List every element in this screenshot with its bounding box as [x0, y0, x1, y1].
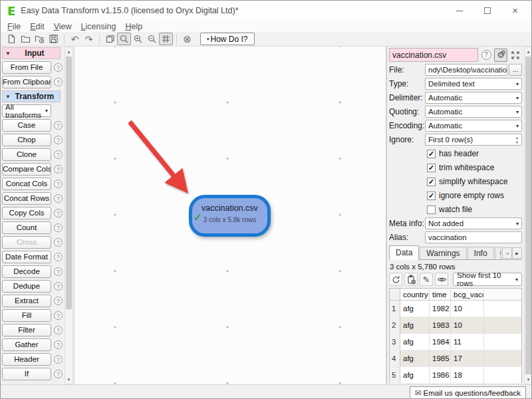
from-file-button[interactable]: From File: [2, 61, 51, 74]
help-icon[interactable]: ?: [54, 209, 63, 217]
checkbox-has-header[interactable]: ✓: [427, 150, 436, 158]
menu-file[interactable]: File: [3, 22, 25, 31]
expand-button[interactable]: [509, 49, 522, 62]
sidebar-scrollbar[interactable]: ▲ ▼: [65, 47, 73, 384]
meta-info-select[interactable]: Not added▾: [425, 217, 522, 229]
feedback-button[interactable]: ✉ Email us questions/feedback: [410, 386, 526, 399]
undo-button[interactable]: ↶: [68, 33, 82, 45]
how-do-i-button[interactable]: ▾ How Do I?: [200, 33, 255, 45]
help-icon[interactable]: ?: [54, 63, 63, 72]
transform-chop-button[interactable]: Chop: [2, 134, 51, 146]
help-icon[interactable]: ?: [54, 121, 63, 130]
encoding-select[interactable]: Automatic▾: [425, 120, 522, 132]
help-icon[interactable]: ?: [54, 150, 63, 159]
transform-clone-button[interactable]: Clone: [2, 148, 51, 161]
browse-button[interactable]: ...: [509, 64, 522, 76]
tab-comments[interactable]: Com: [495, 247, 501, 259]
row-number[interactable]: 1: [390, 301, 400, 317]
transform-case-button[interactable]: Case: [2, 119, 51, 132]
transform-copy-cols-button[interactable]: Copy Cols: [2, 207, 51, 219]
inspector-scrollbar[interactable]: ▲ ▼: [524, 47, 532, 384]
table-cell[interactable]: 11: [451, 334, 484, 350]
table-cell[interactable]: 10: [451, 301, 484, 317]
scroll-up-icon[interactable]: ▲: [65, 47, 72, 56]
menu-edit[interactable]: Edit: [25, 22, 49, 31]
spin-up-icon[interactable]: ▲: [515, 136, 519, 140]
menu-licensing[interactable]: Licensing: [76, 22, 121, 31]
table-cell[interactable]: 1984: [430, 334, 451, 350]
dataset-node-vaccination[interactable]: vaccination.csv 3 cols x 5.8k rows ✓: [189, 195, 271, 237]
checkbox-trim-whitespace[interactable]: ✓: [427, 164, 436, 172]
copy-to-clipboard-button[interactable]: [404, 273, 418, 286]
table-row[interactable]: 3afg198411: [390, 334, 522, 350]
close-icon[interactable]: ×: [512, 7, 518, 14]
tab-scroll-right-icon[interactable]: ▶: [512, 247, 522, 259]
column-header[interactable]: [390, 289, 400, 301]
transform-compare-cols-button[interactable]: Compare Cols: [2, 163, 51, 176]
transform-filter-select[interactable]: All transforms ▾: [2, 104, 51, 117]
row-number[interactable]: 2: [390, 317, 400, 334]
tab-info[interactable]: Info: [467, 247, 494, 259]
checkbox-ignore-empty-rows[interactable]: ✓: [427, 192, 436, 200]
help-icon[interactable]: ?: [54, 194, 63, 203]
help-icon[interactable]: ?: [54, 180, 63, 188]
help-icon[interactable]: ?: [54, 355, 63, 364]
table-row[interactable]: 4afg198517: [390, 350, 522, 367]
help-icon[interactable]: ?: [54, 297, 63, 305]
table-cell[interactable]: afg: [400, 367, 430, 384]
transform-concat-cols-button[interactable]: Concat Cols: [2, 178, 51, 190]
help-icon[interactable]: ?: [54, 267, 63, 276]
table-cell[interactable]: afg: [400, 317, 430, 334]
checkbox-watch-file[interactable]: [427, 205, 436, 214]
maximize-icon[interactable]: [484, 7, 491, 14]
pan-button[interactable]: [103, 33, 117, 45]
transform-dedupe-button[interactable]: Dedupe: [2, 280, 51, 293]
quoting-select[interactable]: Automatic▾: [425, 106, 522, 118]
scroll-down-icon[interactable]: ▼: [525, 375, 532, 384]
transform-fill-button[interactable]: Fill: [2, 309, 51, 322]
menu-view[interactable]: View: [49, 22, 76, 31]
help-button[interactable]: ?: [479, 49, 493, 62]
new-file-button[interactable]: [5, 33, 19, 45]
help-icon[interactable]: ?: [54, 165, 63, 174]
column-header-time[interactable]: time: [430, 289, 451, 301]
transform-date-format-button[interactable]: Date Format: [2, 251, 51, 263]
table-cell[interactable]: 1986: [430, 367, 451, 384]
tab-data[interactable]: Data: [389, 245, 419, 260]
row-number[interactable]: 5: [390, 367, 400, 384]
transform-section-header[interactable]: ▼ Transform: [2, 90, 61, 102]
redo-button[interactable]: ↷: [82, 33, 96, 45]
transform-extract-button[interactable]: Extract: [2, 295, 51, 307]
data-preview-table[interactable]: country time bcg_vacc 1afg1982102afg1983…: [389, 288, 522, 384]
table-row[interactable]: 2afg198310: [390, 317, 522, 334]
help-icon[interactable]: ?: [54, 370, 63, 378]
help-icon[interactable]: ?: [54, 223, 63, 232]
scroll-down-icon[interactable]: ▼: [65, 375, 72, 384]
transform-if-button[interactable]: If: [2, 368, 51, 380]
help-icon[interactable]: ?: [54, 282, 63, 291]
show-rows-select[interactable]: Show first 10 rows ▾: [453, 273, 522, 286]
checkbox-simplify-whitespace[interactable]: ✓: [427, 178, 436, 186]
transform-concat-rows-button[interactable]: Concat Rows: [2, 192, 51, 205]
input-section-header[interactable]: ▼ Input: [2, 47, 61, 59]
transform-header-button[interactable]: Header: [2, 353, 51, 366]
zoom-in-button[interactable]: [131, 33, 145, 45]
column-header-country[interactable]: country: [400, 289, 430, 301]
search-button[interactable]: [117, 33, 131, 45]
table-row[interactable]: 5afg198618: [390, 367, 522, 384]
help-icon[interactable]: ?: [54, 326, 63, 334]
table-cell[interactable]: afg: [400, 334, 430, 350]
row-number[interactable]: 4: [390, 350, 400, 367]
scrollbar-thumb[interactable]: [66, 57, 72, 309]
workflow-canvas[interactable]: vaccination.csv 3 cols x 5.8k rows ✓: [74, 47, 386, 384]
table-cell[interactable]: 1982: [430, 301, 451, 317]
minimize-icon[interactable]: [456, 11, 463, 11]
toggle-grid-button[interactable]: [159, 33, 173, 45]
ignore-rows-spinner[interactable]: First 0 row(s) ▲▼: [425, 134, 522, 146]
table-cell[interactable]: 17: [451, 350, 484, 367]
help-icon[interactable]: ?: [54, 136, 63, 144]
edit-button[interactable]: ✎: [420, 273, 433, 286]
zoom-out-button[interactable]: [145, 33, 159, 45]
from-clipboard-button[interactable]: From Clipboard: [2, 76, 51, 88]
help-icon[interactable]: ?: [54, 238, 63, 247]
